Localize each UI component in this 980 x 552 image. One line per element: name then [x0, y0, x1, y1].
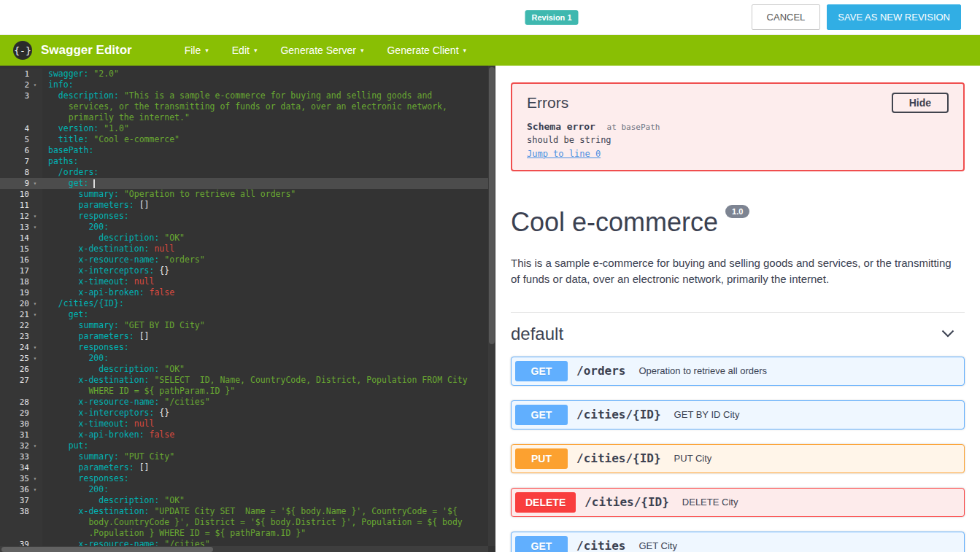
editor-gutter: 28 [0, 397, 42, 408]
fold-icon[interactable]: ▾ [29, 473, 41, 484]
editor-line[interactable]: services, or the transmitting of funds o… [0, 101, 495, 112]
editor-line[interactable]: 22 summary: "GET BY ID City" [0, 320, 495, 331]
fold-icon[interactable]: ▾ [29, 178, 41, 189]
code-text: parameters: [] [42, 200, 150, 211]
editor-line[interactable]: 14 description: "OK" [0, 233, 495, 244]
error-detail: should be string [527, 135, 949, 145]
section-default-header[interactable]: default [511, 313, 965, 354]
api-version-badge: 1.0 [725, 205, 749, 218]
main-split: 1swagger: "2.0"2▾info:3 description: "Th… [0, 66, 980, 552]
method-badge: GET [515, 361, 568, 381]
chevron-down-icon[interactable] [941, 330, 954, 338]
editor-line[interactable]: body.CountryCode }', District = '${ body… [0, 517, 495, 528]
editor-line[interactable]: 27 x-destination: "SELECT ID, Name, Coun… [0, 375, 495, 386]
editor-gutter: 20▾ [0, 298, 42, 309]
editor-line[interactable]: primarily the internet." [0, 112, 495, 123]
operation-delete-citiesID[interactable]: DELETE/cities/{ID}DELETE City [511, 488, 965, 517]
editor-line[interactable]: 28 x-resource-name: "/cities" [0, 397, 495, 408]
code-text: responses: [42, 473, 129, 484]
menu-generate-client[interactable]: Generate Client▾ [375, 35, 478, 66]
editor-line[interactable]: 33 summary: "PUT City" [0, 451, 495, 462]
code-text: summary: "Operation to retrieve all orde… [42, 189, 296, 200]
code-text: 200: [42, 484, 109, 495]
editor-line[interactable]: 10 summary: "Operation to retrieve all o… [0, 189, 495, 200]
editor-line[interactable]: 2▾info: [0, 79, 495, 90]
fold-icon[interactable]: ▾ [29, 353, 41, 364]
editor-line[interactable]: 36▾ 200: [0, 484, 495, 495]
code-editor[interactable]: 1swagger: "2.0"2▾info:3 description: "Th… [0, 66, 495, 552]
editor-line[interactable]: 5 title: "Cool e-commerce" [0, 134, 495, 145]
menu-generate-server[interactable]: Generate Server▾ [269, 35, 375, 66]
jump-to-line-link[interactable]: Jump to line 0 [527, 149, 601, 159]
editor-line[interactable]: .Population } WHERE ID = ${ pathParam.ID… [0, 528, 495, 539]
editor-line[interactable]: 18 x-timeout: null [0, 276, 495, 287]
header-menus: File▾Edit▾Generate Server▾Generate Clien… [173, 35, 478, 66]
editor-line[interactable]: 31 x-api-broken: false [0, 429, 495, 440]
fold-icon[interactable]: ▾ [29, 342, 41, 353]
editor-line[interactable]: 9▾ get: [0, 178, 495, 189]
line-number: 3 [0, 90, 29, 101]
operation-get-cities[interactable]: GET/citiesGET City [511, 532, 965, 552]
fold-icon[interactable]: ▾ [29, 309, 41, 320]
line-number: 19 [0, 287, 29, 298]
editor-line[interactable]: 26 description: "OK" [0, 364, 495, 375]
operation-get-citiesID[interactable]: GET/cities/{ID}GET BY ID City [511, 400, 965, 429]
horizontal-scrollbar[interactable] [0, 546, 488, 552]
editor-gutter: 36▾ [0, 484, 42, 495]
error-location: at basePath [607, 123, 660, 132]
line-number: 38 [0, 506, 29, 517]
fold-icon[interactable]: ▾ [29, 222, 41, 233]
fold-icon[interactable]: ▾ [29, 484, 41, 495]
vertical-scrollbar[interactable] [488, 66, 495, 546]
editor-line[interactable]: 15 x-destination: null [0, 244, 495, 254]
code-text: 200: [42, 353, 109, 364]
editor-line[interactable]: 23 parameters: [] [0, 331, 495, 342]
operation-get-orders[interactable]: GET/ordersOperation to retrieve all orde… [511, 357, 965, 386]
line-number: 1 [0, 69, 29, 79]
editor-line[interactable]: 3 description: "This is a sample e-comme… [0, 90, 495, 101]
fold-icon[interactable]: ▾ [29, 211, 41, 222]
editor-line[interactable]: 8 /orders: [0, 167, 495, 178]
editor-line[interactable]: 29 x-interceptors: {} [0, 408, 495, 419]
editor-line[interactable]: 24▾ responses: [0, 342, 495, 353]
operation-put-citiesID[interactable]: PUT/cities/{ID}PUT City [511, 444, 965, 473]
hide-errors-button[interactable]: Hide [892, 93, 949, 113]
editor-line[interactable]: 4 version: "1.0" [0, 123, 495, 134]
editor-line[interactable]: 25▾ 200: [0, 353, 495, 364]
code-text: /cities/{ID}: [42, 298, 124, 309]
editor-line[interactable]: 19 x-api-broken: false [0, 287, 495, 298]
fold-icon[interactable]: ▾ [29, 298, 41, 309]
cancel-button[interactable]: CANCEL [752, 4, 821, 30]
fold-icon[interactable]: ▾ [29, 79, 41, 90]
editor-line[interactable]: 17 x-interceptors: {} [0, 265, 495, 276]
svg-text:{-}: {-} [14, 45, 31, 56]
editor-gutter: 6 [0, 145, 42, 156]
horizontal-scrollbar-thumb[interactable] [1, 547, 213, 552]
editor-line[interactable]: 37 description: "OK" [0, 495, 495, 506]
editor-line[interactable]: 11 parameters: [] [0, 200, 495, 211]
code-text: info: [42, 79, 74, 90]
editor-gutter: 3 [0, 90, 42, 101]
code-text: parameters: [] [42, 462, 150, 473]
editor-line[interactable]: 21▾ get: [0, 309, 495, 320]
menu-edit[interactable]: Edit▾ [220, 35, 269, 66]
editor-line[interactable]: 20▾ /cities/{ID}: [0, 298, 495, 309]
navbar: {-} Swagger Editor File▾Edit▾Generate Se… [0, 35, 980, 66]
editor-line[interactable]: 12▾ responses: [0, 211, 495, 222]
save-as-new-revision-button[interactable]: SAVE AS NEW REVISION [827, 4, 961, 30]
editor-line[interactable]: 6basePath: [0, 145, 495, 156]
editor-line[interactable]: 13▾ 200: [0, 222, 495, 233]
menu-file[interactable]: File▾ [173, 35, 220, 66]
editor-line[interactable]: 35▾ responses: [0, 473, 495, 484]
editor-line[interactable]: 32▾ put: [0, 440, 495, 451]
editor-line[interactable]: WHERE ID = ${ pathParam.ID }" [0, 386, 495, 397]
editor-line[interactable]: 7paths: [0, 156, 495, 167]
editor-line[interactable]: 38 x-destination: "UPDATE City SET Name … [0, 506, 495, 517]
editor-line[interactable]: 16 x-resource-name: "orders" [0, 254, 495, 265]
editor-line[interactable]: 1swagger: "2.0" [0, 69, 495, 79]
editor-line[interactable]: 30 x-timeout: null [0, 419, 495, 429]
editor-line[interactable]: 34 parameters: [] [0, 462, 495, 473]
vertical-scrollbar-thumb[interactable] [489, 67, 495, 344]
fold-icon[interactable]: ▾ [29, 440, 41, 451]
code-text: paths: [42, 156, 79, 167]
